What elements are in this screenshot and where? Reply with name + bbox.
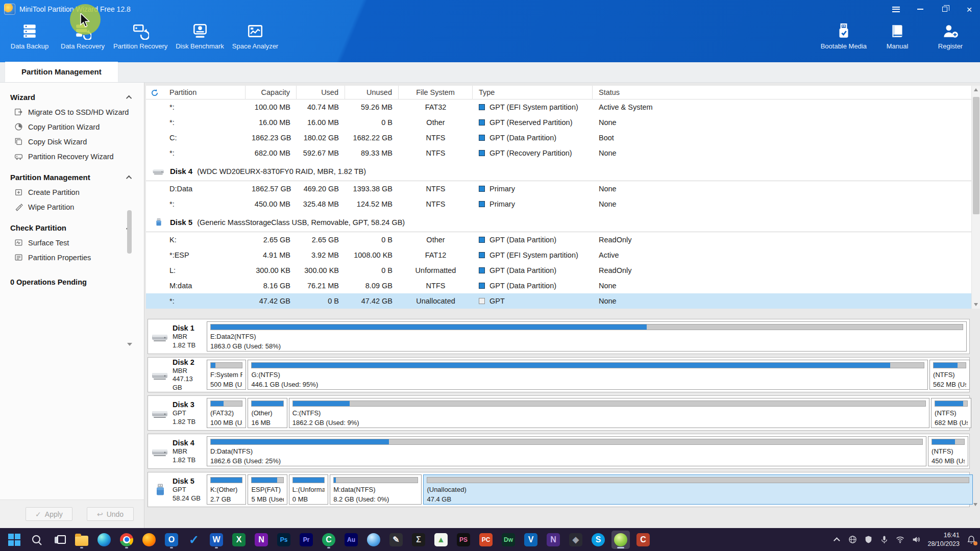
- tray-hidden-icons-chevron-icon[interactable]: [834, 537, 840, 544]
- sidebar-item-wipe-partition[interactable]: Wipe Partition: [9, 199, 137, 214]
- column-header-status[interactable]: Status: [593, 86, 971, 99]
- disk-info-disk-4[interactable]: Disk 4MBR1.82 TB: [148, 434, 204, 468]
- tray-globe-icon[interactable]: [848, 535, 857, 544]
- column-header-used[interactable]: Used: [297, 86, 345, 99]
- sidebar-item-create-partition[interactable]: Create Partition: [9, 185, 137, 199]
- refresh-icon[interactable]: [146, 86, 163, 99]
- sidebar-item-copy-disk-wizard[interactable]: Copy Disk Wizard: [9, 134, 137, 149]
- disk-map-partition-esp-fat[interactable]: ESP(FAT)5 MB (Used: [248, 474, 287, 505]
- pc-app-icon[interactable]: PC: [477, 531, 495, 549]
- notification-bell-icon[interactable]: [967, 535, 976, 544]
- disk-info-disk-3[interactable]: Disk 3GPT1.82 TB: [148, 396, 204, 430]
- premiere-icon[interactable]: Pr: [297, 531, 315, 549]
- photoshop-icon[interactable]: Ps: [275, 531, 293, 549]
- column-header-capacity[interactable]: Capacity: [246, 86, 297, 99]
- disk-info-disk-2[interactable]: Disk 2MBR447.13 GB: [148, 358, 204, 392]
- disk-map-partition-l-unformat[interactable]: L:(Unformat0 MB: [289, 474, 328, 505]
- apply-button[interactable]: ✓ Apply: [26, 507, 72, 521]
- skype-icon[interactable]: S: [589, 531, 607, 549]
- partition-row-[interactable]: *:682.00 MB592.67 MB89.33 MBNTFSGPT (Rec…: [146, 145, 971, 161]
- firefox-icon[interactable]: [140, 531, 158, 549]
- disk-map-partition-ntfs[interactable]: (NTFS)562 MB (Us: [929, 360, 970, 390]
- toolbar-data-backup[interactable]: Data Backup: [3, 20, 56, 52]
- outlook-icon[interactable]: O: [162, 531, 181, 549]
- toolbar-register[interactable]: Register: [924, 20, 977, 52]
- partition-row-esp[interactable]: *:ESP4.91 MB3.92 MB1008.00 KBFAT12GPT (E…: [146, 247, 971, 263]
- table-scrollbar[interactable]: [971, 86, 980, 309]
- chrome-icon[interactable]: [117, 531, 136, 549]
- sidebar-scroll-down-icon[interactable]: [127, 343, 132, 346]
- sidebar-section-header-partition-management[interactable]: Partition Management: [9, 170, 137, 185]
- recorder-app-icon[interactable]: C: [634, 531, 652, 549]
- partition-row-[interactable]: *:100.00 MB40.74 MB59.26 MBFAT32GPT (EFI…: [146, 99, 971, 115]
- sidebar-item-partition-properties[interactable]: Partition Properties: [9, 250, 137, 265]
- disk-map-partition-c-ntfs[interactable]: C:(NTFS)1862.2 GB (Used: 9%): [289, 398, 929, 428]
- tab-partition-management[interactable]: Partition Management: [5, 62, 118, 82]
- pen-app-icon[interactable]: ✎: [387, 531, 405, 549]
- disk-map-partition-fat32[interactable]: (FAT32)100 MB (Us: [207, 398, 246, 428]
- scroll-down-icon[interactable]: [974, 303, 978, 306]
- sidebar-scrollbar-thumb[interactable]: [127, 210, 132, 254]
- partition-row-m-data[interactable]: M:data8.16 GB76.21 MB8.09 GBNTFSGPT (Dat…: [146, 278, 971, 293]
- partition-row-l[interactable]: L:300.00 KB300.00 KB0 BUnformattedGPT (D…: [146, 263, 971, 278]
- todo-check-icon[interactable]: ✓: [185, 531, 203, 549]
- toolbar-manual[interactable]: Manual: [871, 20, 924, 52]
- disk-map-partition-m-data-ntfs[interactable]: M:data(NTFS)8.2 GB (Used: 0%): [330, 474, 422, 505]
- tray-volume-icon[interactable]: [912, 535, 920, 544]
- dark-app-icon[interactable]: ◆: [567, 531, 585, 549]
- task-view-icon[interactable]: [50, 531, 68, 549]
- partition-row-c[interactable]: C:1862.23 GB180.02 GB1682.22 GBNTFSGPT (…: [146, 130, 971, 145]
- purple-app-icon[interactable]: N: [544, 531, 562, 549]
- tray-clock[interactable]: 16:41 28/10/2023: [927, 531, 960, 548]
- toolbar-partition-recovery[interactable]: Partition Recovery: [109, 20, 172, 52]
- disk-map-partition-d-data-ntfs[interactable]: D:Data(NTFS)1862.6 GB (Used: 25%): [207, 436, 926, 466]
- onenote-icon[interactable]: N: [252, 531, 271, 549]
- vscode-icon[interactable]: V: [522, 531, 540, 549]
- disk-map-partition-k-other[interactable]: K:(Other)2.7 GB: [207, 474, 246, 505]
- minimize-button[interactable]: [915, 4, 926, 15]
- toolbar-data-recovery[interactable]: Data Recovery: [56, 20, 109, 52]
- tray-wifi-icon[interactable]: [896, 535, 904, 544]
- disk-map-scroll-down-icon[interactable]: [973, 503, 977, 506]
- edge-icon[interactable]: [95, 531, 113, 549]
- undo-button[interactable]: ↩ Undo: [87, 507, 134, 521]
- sidebar-item-partition-recovery-wizard[interactable]: Partition Recovery Wizard: [9, 149, 137, 164]
- partition-row-[interactable]: *:16.00 MB16.00 MB0 BOtherGPT (Reserved …: [146, 115, 971, 130]
- excel-icon[interactable]: X: [230, 531, 248, 549]
- disk-info-disk-1[interactable]: Disk 1MBR1.82 TB: [148, 319, 204, 354]
- toolbar-space-analyzer[interactable]: Space Analyzer: [228, 20, 282, 52]
- partition-row-[interactable]: *:47.42 GB0 B47.42 GBUnallocatedGPTNone: [146, 293, 971, 309]
- disk-map-scrollbar[interactable]: [972, 319, 980, 510]
- column-header-type[interactable]: Type: [473, 86, 593, 99]
- terminal-icon[interactable]: Σ: [409, 531, 428, 549]
- sidebar-scrollbar[interactable]: [127, 108, 132, 338]
- disk-map-partition-f-system-re[interactable]: F:System Re500 MB (Us: [207, 360, 246, 390]
- partition-row-k[interactable]: K:2.65 GB2.65 GB0 BOtherGPT (Data Partit…: [146, 232, 971, 247]
- menu-icon[interactable]: [890, 4, 901, 15]
- disk-map-partition-unallocated[interactable]: (Unallocated)47.4 GB: [423, 474, 973, 505]
- camtasia-icon[interactable]: C: [320, 531, 338, 549]
- file-explorer-icon[interactable]: [72, 531, 91, 549]
- partition-row-d-data[interactable]: D:Data1862.57 GB469.20 GB1393.38 GBNTFSP…: [146, 181, 971, 196]
- toolbar-disk-benchmark[interactable]: Disk Benchmark: [172, 20, 228, 52]
- column-header-partition[interactable]: Partition: [163, 86, 246, 99]
- partition-row-[interactable]: *:450.00 MB325.48 MB124.52 MBNTFSPrimary…: [146, 196, 971, 212]
- disk-info-disk-5[interactable]: Disk 5GPT58.24 GB: [148, 472, 204, 507]
- column-header-unused[interactable]: Unused: [345, 86, 399, 99]
- disk-map-partition-e-data2-ntfs[interactable]: E:Data2(NTFS)1863.0 GB (Used: 58%): [207, 321, 967, 352]
- disk-group-header-disk-5[interactable]: Disk 5(Generic MassStorageClass USB, Rem…: [146, 213, 971, 232]
- word-icon[interactable]: W: [207, 531, 226, 549]
- restore-button[interactable]: [939, 4, 950, 15]
- phpstorm-icon[interactable]: PS: [454, 531, 473, 549]
- sidebar-item-copy-partition-wizard[interactable]: Copy Partition Wizard: [9, 119, 137, 134]
- sidebar-item-migrate-os-to-ssd-hd-wizard[interactable]: Migrate OS to SSD/HD Wizard: [9, 105, 137, 119]
- photos-app-icon[interactable]: ▲: [432, 531, 450, 549]
- search-icon[interactable]: [28, 531, 46, 549]
- tray-mic-icon[interactable]: [880, 535, 889, 544]
- audition-icon[interactable]: Au: [342, 531, 360, 549]
- close-button[interactable]: ×: [964, 4, 975, 15]
- sidebar-section-header-wizard[interactable]: Wizard: [9, 90, 137, 105]
- disk-map-partition-g-ntfs[interactable]: G:(NTFS)446.1 GB (Used: 95%): [248, 360, 928, 390]
- scroll-up-icon[interactable]: [974, 88, 978, 91]
- sidebar-section-header-check-partition[interactable]: Check Partition: [9, 220, 137, 235]
